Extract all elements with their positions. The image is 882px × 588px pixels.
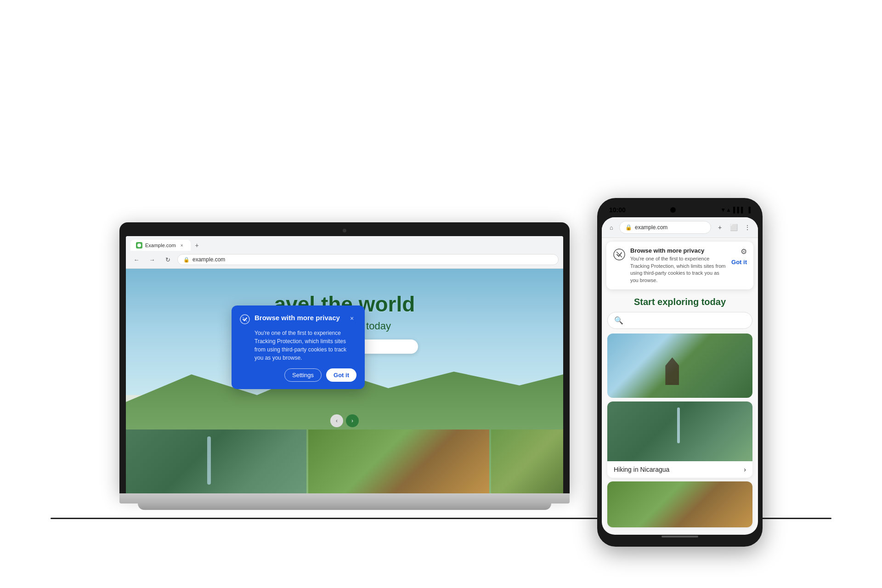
browser-chrome: Example.com × + ← → ↻ 🔒 example.com (126, 236, 563, 269)
back-button[interactable]: ← (130, 254, 142, 266)
phone-browser-bar: ⌂ 🔒 example.com + ⬜ ⋮ (602, 217, 758, 238)
wifi-icon: ▼▲ (720, 207, 731, 213)
popup-header: Browse with more privacy × (240, 314, 356, 324)
popup-actions: Settings Got it (240, 368, 356, 382)
phone-device: 10:00 ▼▲ ▌▌▌ ▐ ⌂ 🔒 example.com (597, 198, 763, 547)
phone-bottom-bar (602, 535, 758, 540)
tab-favicon (136, 242, 142, 249)
laptop-screen: Example.com × + ← → ↻ 🔒 example.com (126, 236, 563, 493)
browser-nav: ← → ↻ 🔒 example.com (130, 254, 559, 266)
phone-popup-title: Browse with more privacy (630, 247, 727, 254)
status-camera (670, 207, 676, 213)
phone-tracking-icon (613, 248, 626, 261)
phone-hero-image (607, 334, 752, 398)
thumbnails-row (126, 430, 563, 493)
phone-card-hiking[interactable]: Hiking in Nicaragua › (607, 401, 752, 478)
thumbnail-partial[interactable] (491, 430, 563, 493)
phone-popup-actions: ⚙ Got it (731, 247, 747, 266)
carousel-next-button[interactable]: › (346, 414, 359, 427)
phone-popup-content: Browse with more privacy You're one of t… (630, 247, 727, 284)
refresh-button[interactable]: ↻ (162, 254, 174, 266)
phone-address-bar[interactable]: 🔒 example.com (619, 221, 711, 234)
phone-home-indicator (662, 536, 698, 537)
phone-nav-icons: + ⬜ ⋮ (715, 222, 752, 232)
website-content: avel the world Start exploring today 🔍 ‹… (126, 269, 563, 493)
phone-card-label: Hiking in Nicaragua › (607, 461, 752, 478)
privacy-popup-laptop: Browse with more privacy × You're one of… (232, 305, 365, 389)
thumbnail-cabin[interactable] (308, 430, 489, 493)
status-time: 10:00 (609, 206, 626, 214)
battery-icon: ▐ (746, 207, 751, 213)
phone-screen: ⌂ 🔒 example.com + ⬜ ⋮ (602, 217, 758, 535)
browser-tab[interactable]: Example.com × (130, 240, 191, 251)
phone-hero-title: Start exploring today (607, 297, 752, 307)
phone-security-icon: 🔒 (625, 224, 632, 231)
phone-search-icon: 🔍 (614, 316, 623, 325)
settings-button[interactable]: Settings (284, 368, 322, 382)
address-url: example.com (192, 256, 225, 263)
phone-website: Start exploring today 🔍 Hiking in Nicara… (602, 293, 758, 535)
tabs-button[interactable]: ⬜ (729, 222, 739, 232)
phone-status-bar: 10:00 ▼▲ ▌▌▌ ▐ (602, 204, 758, 217)
phone-home-button[interactable]: ⌂ (607, 223, 616, 232)
tracking-protection-icon (240, 314, 250, 324)
carousel-controls: ‹ › (330, 414, 359, 427)
phone-url: example.com (635, 224, 667, 231)
carousel-prev-button[interactable]: ‹ (330, 414, 343, 427)
address-bar[interactable]: 🔒 example.com (177, 254, 559, 265)
tab-title: Example.com (145, 243, 176, 248)
phone-outer: 10:00 ▼▲ ▌▌▌ ▐ ⌂ 🔒 example.com (597, 198, 763, 547)
popup-title: Browse with more privacy (254, 314, 343, 322)
phone-card-title: Hiking in Nicaragua (614, 466, 669, 473)
phone-gotit-button[interactable]: Got it (731, 259, 747, 266)
add-tab-button[interactable]: + (715, 222, 725, 232)
laptop-camera (343, 229, 346, 232)
phone-card-cabin[interactable] (607, 481, 752, 527)
phone-search-bar[interactable]: 🔍 (607, 312, 752, 329)
security-icon: 🔒 (183, 257, 190, 263)
laptop-device: Example.com × + ← → ↻ 🔒 example.com (119, 222, 570, 510)
svg-point-0 (137, 243, 141, 247)
new-tab-button[interactable]: + (192, 241, 202, 250)
status-icons: ▼▲ ▌▌▌ ▐ (720, 207, 751, 213)
menu-button[interactable]: ⋮ (742, 222, 752, 232)
gotit-button[interactable]: Got it (326, 368, 356, 382)
tab-close-button[interactable]: × (179, 242, 185, 249)
browser-tabs: Example.com × + (130, 240, 559, 251)
phone-card2-image (607, 481, 752, 527)
scene: Example.com × + ← → ↻ 🔒 example.com (51, 41, 831, 547)
phone-card-chevron: › (744, 466, 746, 473)
thumbnail-waterfall[interactable] (126, 430, 306, 493)
popup-body: You're one of the first to experience Tr… (254, 329, 356, 362)
popup-close-button[interactable]: × (347, 314, 356, 323)
laptop-base (119, 493, 570, 503)
laptop-foot (138, 503, 551, 510)
phone-popup-body: You're one of the first to experience Tr… (630, 255, 727, 284)
phone-card-image (607, 401, 752, 461)
signal-icon: ▌▌▌ (733, 207, 745, 213)
forward-button[interactable]: → (146, 254, 158, 266)
laptop-screen-outer: Example.com × + ← → ↻ 🔒 example.com (119, 222, 570, 493)
phone-gear-icon[interactable]: ⚙ (741, 247, 747, 256)
privacy-popup-phone: Browse with more privacy You're one of t… (606, 242, 753, 289)
